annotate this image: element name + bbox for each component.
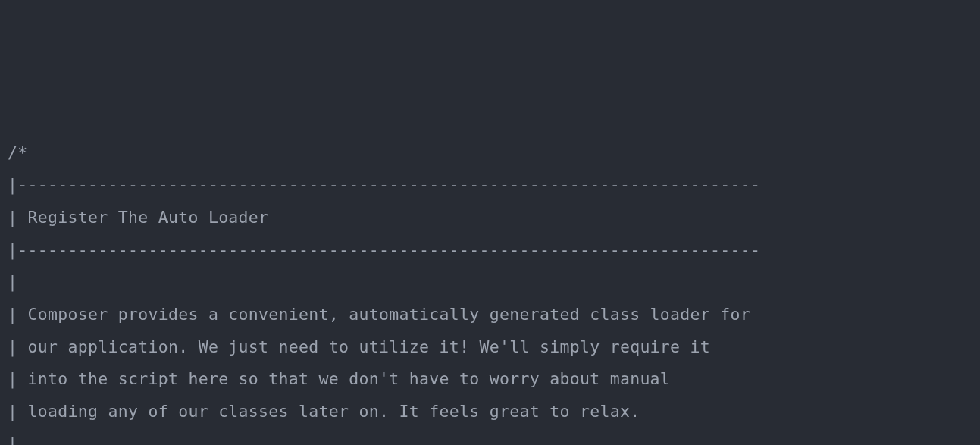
code-editor[interactable]: /*|-------------------------------------… xyxy=(8,137,972,445)
comment-line: | our application. We just need to utili… xyxy=(8,331,972,364)
comment-line: | xyxy=(8,428,972,445)
comment-line: | Register The Auto Loader xyxy=(8,202,972,234)
comment-line: | xyxy=(8,266,972,299)
comment-line: | into the script here so that we don't … xyxy=(8,363,972,396)
comment-line: /* xyxy=(8,137,972,170)
comment-line: |---------------------------------------… xyxy=(8,169,972,202)
comment-line: |---------------------------------------… xyxy=(8,234,972,267)
comment-line: | loading any of our classes later on. I… xyxy=(8,396,972,428)
comment-line: | Composer provides a convenient, automa… xyxy=(8,299,972,331)
